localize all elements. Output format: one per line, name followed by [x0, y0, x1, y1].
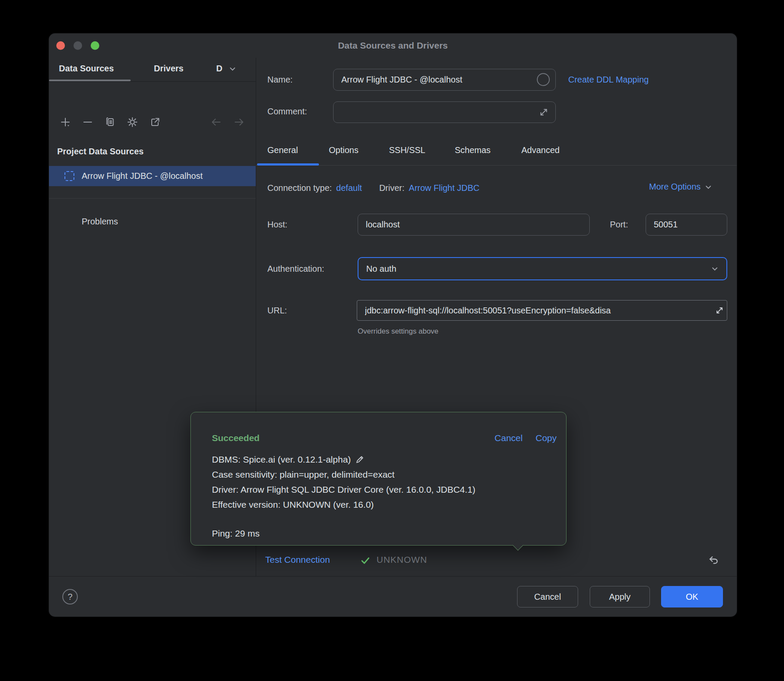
datasource-label: Arrow Flight JDBC - @localhost: [82, 171, 202, 181]
driver-value-link[interactable]: Arrow Flight JDBC: [409, 183, 479, 193]
cancel-button[interactable]: Cancel: [517, 586, 578, 607]
back-icon[interactable]: [211, 117, 222, 128]
forward-icon[interactable]: [233, 117, 245, 128]
url-input[interactable]: [357, 300, 727, 321]
host-label: Host:: [267, 220, 288, 230]
tab-ssh-ssl[interactable]: SSH/SSL: [389, 145, 425, 155]
more-options-label: More Options: [649, 182, 701, 192]
comment-input[interactable]: [333, 101, 556, 123]
connection-type-row: Connection type: default Driver: Arrow F…: [267, 182, 480, 194]
ok-button[interactable]: OK: [661, 586, 723, 607]
connection-type-label: Connection type:: [267, 183, 332, 193]
authentication-select[interactable]: No auth: [358, 257, 727, 280]
tab-advanced[interactable]: Advanced: [521, 145, 560, 155]
test-status: UNKNOWN: [377, 555, 427, 565]
popup-copy-link[interactable]: Copy: [536, 433, 557, 443]
popup-ping-line: Ping: 29 ms: [212, 528, 260, 539]
tabbar-divider: [256, 165, 737, 166]
host-input[interactable]: [358, 214, 590, 236]
export-icon[interactable]: [150, 117, 161, 128]
tab-ddl-truncated[interactable]: D: [216, 58, 224, 80]
driver-label: Driver:: [379, 183, 404, 193]
screen: Data Sources and Drivers Data Sources Dr…: [0, 0, 784, 681]
url-hint: Overrides settings above: [358, 327, 438, 336]
window-title: Data Sources and Drivers: [49, 34, 737, 58]
name-input[interactable]: [333, 69, 556, 91]
undo-icon[interactable]: [707, 555, 720, 567]
popup-driver-line: Driver: Arrow Flight SQL JDBC Driver Cor…: [212, 485, 475, 495]
popup-cancel-link[interactable]: Cancel: [495, 433, 523, 443]
popup-status: Succeeded: [212, 433, 260, 443]
chevron-down-icon[interactable]: [228, 64, 237, 74]
help-glyph: ?: [67, 592, 72, 602]
popup-caret: [512, 540, 523, 550]
check-icon: [360, 555, 371, 566]
spinner-circle-icon: [537, 73, 550, 86]
popup-dbms-line: DBMS: Spice.ai (ver. 0.12.1-alpha): [212, 454, 351, 465]
footer-divider: [49, 576, 737, 577]
active-tab-underline: [257, 163, 319, 166]
section-header: Project Data Sources: [57, 147, 144, 156]
active-tab-indicator: [49, 80, 131, 81]
expand-icon[interactable]: [714, 305, 725, 316]
help-icon[interactable]: ?: [62, 589, 78, 604]
add-icon[interactable]: [60, 117, 71, 128]
apply-button[interactable]: Apply: [590, 586, 650, 607]
port-label: Port:: [610, 220, 628, 230]
tab-general[interactable]: General: [267, 145, 298, 155]
popup-case-line: Case sensitivity: plain=upper, delimited…: [212, 469, 395, 480]
authentication-value: No auth: [366, 264, 396, 274]
datasource-list-item[interactable]: Arrow Flight JDBC - @localhost: [49, 166, 256, 186]
more-options[interactable]: More Options: [649, 182, 713, 192]
chevron-down-icon: [710, 264, 720, 273]
port-input[interactable]: [646, 214, 727, 236]
titlebar: Data Sources and Drivers: [49, 34, 737, 58]
tab-schemas[interactable]: Schemas: [455, 145, 490, 155]
tab-drivers[interactable]: Drivers: [154, 58, 184, 80]
popup-version-line: Effective version: UNKNOWN (ver. 16.0): [212, 500, 374, 510]
gear-icon[interactable]: [127, 117, 138, 128]
test-connection-popup: Succeeded Cancel Copy DBMS: Spice.ai (ve…: [190, 412, 567, 546]
url-label: URL:: [267, 306, 287, 316]
datasource-icon: [64, 171, 74, 181]
expand-icon[interactable]: [539, 107, 548, 117]
sidebar-item-problems[interactable]: Problems: [82, 217, 118, 227]
pencil-icon[interactable]: [355, 455, 364, 464]
tab-data-sources[interactable]: Data Sources: [59, 58, 114, 80]
chevron-down-icon: [704, 183, 713, 191]
comment-label: Comment:: [267, 107, 307, 117]
remove-icon[interactable]: [82, 117, 93, 128]
sidebar-tabbar: Data Sources Drivers D: [49, 58, 256, 82]
test-connection-link[interactable]: Test Connection: [265, 555, 330, 565]
name-label: Name:: [267, 75, 293, 85]
sidebar-divider: [49, 198, 256, 199]
dialog-window: Data Sources and Drivers Data Sources Dr…: [49, 34, 737, 617]
create-ddl-mapping-link[interactable]: Create DDL Mapping: [568, 75, 649, 85]
tab-options[interactable]: Options: [329, 145, 358, 155]
copy-icon[interactable]: [104, 117, 116, 128]
connection-type-value-link[interactable]: default: [336, 183, 362, 193]
authentication-label: Authentication:: [267, 264, 324, 274]
